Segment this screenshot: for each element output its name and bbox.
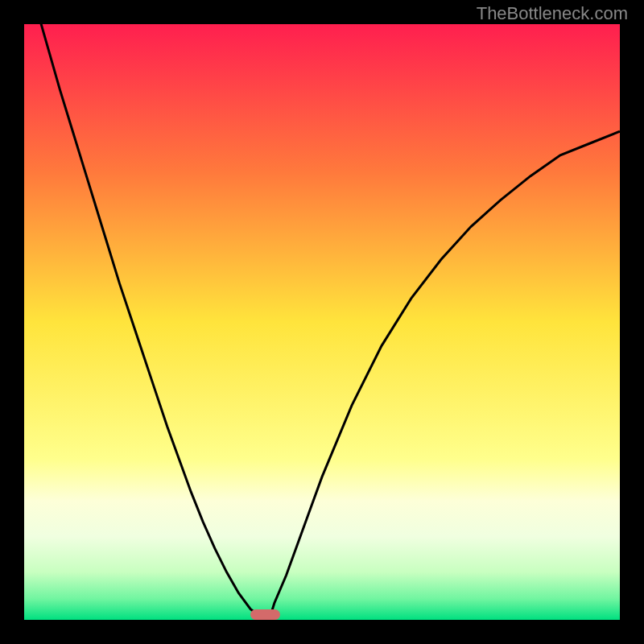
gradient-background — [24, 24, 620, 620]
minimum-marker — [250, 609, 280, 620]
plot-area — [24, 24, 620, 620]
chart-container: TheBottleneck.com — [0, 0, 644, 644]
watermark-text: TheBottleneck.com — [477, 3, 628, 24]
chart-svg — [24, 24, 620, 620]
